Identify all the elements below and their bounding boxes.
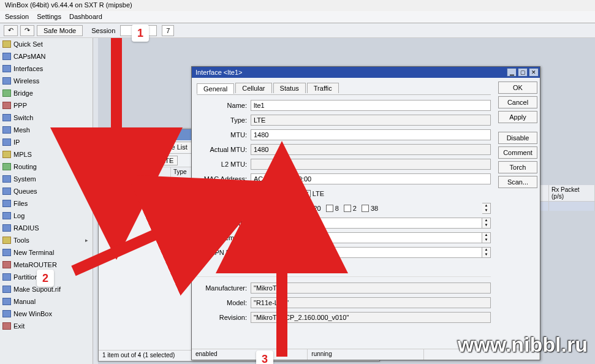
menu-dashboard[interactable]: Dashboard [69, 13, 108, 20]
sidebar-item-radius[interactable]: RADIUS [0, 222, 93, 234]
tab-traffic[interactable]: Traffic [307, 83, 339, 93]
band-7-checkbox[interactable]: ✓7 [286, 205, 299, 212]
l2mtu-field [251, 159, 491, 170]
terminal-icon [2, 249, 11, 256]
sidebar-item-label: MPLS [13, 151, 32, 158]
torch-button[interactable]: Torch [498, 161, 537, 173]
mac-input[interactable]: AC:FF:FF:00:00:00 [251, 173, 491, 184]
sidebar-item-label: Manual [13, 298, 36, 305]
bands-spin[interactable]: ▲▼ [482, 203, 491, 214]
apn-profile-select[interactable]: default [251, 247, 482, 258]
tools-icon [2, 237, 11, 244]
sidebar-item-manual[interactable]: Manual [0, 295, 93, 308]
pin-input[interactable] [251, 218, 482, 229]
radius-icon [2, 224, 11, 232]
band-2-checkbox[interactable]: 2 [344, 205, 357, 212]
sidebar-item-bridge[interactable]: Bridge [0, 87, 93, 99]
comment-icon[interactable]: ▭ [129, 155, 142, 166]
tab-status[interactable]: Status [273, 83, 306, 93]
main-toolbar: ↶ ↷ Safe Mode Session 7 [0, 23, 595, 38]
revision-field: "MikroTik_CP_2.160.000_v010" [251, 312, 491, 323]
col-name[interactable]: Name [110, 167, 171, 178]
sidebar-item-mesh[interactable]: Mesh [0, 124, 93, 136]
comment-button[interactable]: Comment [498, 146, 537, 159]
sidebar-item-label: Make Supout.rif [13, 286, 61, 293]
chevron-right-icon: ▸ [85, 139, 90, 145]
sidebar-item-label: Files [13, 200, 28, 207]
sidebar-item-interfaces[interactable]: Interfaces [0, 63, 93, 75]
band-3-checkbox[interactable]: 3 [268, 205, 281, 212]
sidebar-item-label: Tools [13, 237, 29, 244]
band-38-checkbox[interactable]: 38 [362, 205, 378, 212]
sidebar-item-capsman[interactable]: CAPsMAN [0, 50, 93, 63]
cancel-button[interactable]: Cancel [498, 96, 537, 108]
sidebar-item-log[interactable]: Log [0, 210, 93, 222]
disable-button[interactable]: Disable [498, 132, 537, 144]
antenna-icon [2, 53, 11, 60]
supout-icon [2, 286, 11, 293]
filter-icon[interactable]: ▽ [143, 155, 156, 166]
menu-session[interactable]: Session [5, 13, 35, 20]
allow-roaming-checkbox[interactable]: Allow Roaming [251, 264, 305, 271]
mode-gsm-checkbox[interactable]: ✓GSM [251, 190, 275, 197]
meta-icon [2, 261, 11, 268]
sidebar-item-label: New WinBox [13, 310, 52, 317]
chevron-right-icon: ▸ [85, 164, 90, 170]
sidebar-item-routing[interactable]: Routing▸ [0, 161, 93, 173]
ppp-icon [2, 102, 11, 109]
band-8-checkbox[interactable]: 8 [326, 205, 339, 212]
mtu-input[interactable]: 1480 [251, 129, 491, 140]
tab-general[interactable]: General [197, 83, 234, 94]
tab-cellular[interactable]: Cellular [235, 83, 271, 93]
sidebar-item-system[interactable]: System▸ [0, 173, 93, 185]
scan-button[interactable]: Scan... [498, 176, 537, 188]
sidebar-item-partition[interactable]: Partition [0, 271, 93, 283]
lte-button[interactable]: LTE [157, 156, 178, 165]
sidebar-item-exit[interactable]: Exit [0, 320, 93, 332]
sidebar-item-quick-set[interactable]: Quick Set [0, 38, 93, 50]
ifl-tab-interface[interactable]: Interface [101, 142, 141, 153]
disable-icon[interactable]: ✖ [115, 155, 127, 166]
dlg-caption[interactable]: Interface <lte1> ▁ ▢ ✕ [192, 67, 540, 78]
ifl-tab-iflist[interactable]: Interface List [142, 142, 194, 152]
mode-3g-checkbox[interactable]: ✓3G [280, 190, 298, 197]
approve-icon[interactable]: ✔ [101, 155, 113, 166]
wifi-icon [2, 77, 11, 85]
undo-button[interactable]: ↶ [4, 25, 18, 36]
redo-button[interactable]: ↷ [20, 25, 34, 36]
session-field-1[interactable] [120, 25, 157, 36]
minit-spin[interactable]: ▲▼ [482, 232, 491, 243]
sidebar-item-ppp[interactable]: PPP [0, 99, 93, 112]
dlg-form: General Cellular Status Traffic Name: lt… [192, 78, 496, 347]
switch-icon [2, 114, 11, 121]
apply-button[interactable]: Apply [498, 111, 537, 123]
sidebar-item-new-terminal[interactable]: New Terminal [0, 246, 93, 259]
menu-settings[interactable]: Settings [37, 13, 67, 20]
modem-init-input[interactable] [251, 232, 482, 243]
pin-spin[interactable]: ▲▼ [482, 218, 491, 229]
sidebar-item-ip[interactable]: IP▸ [0, 136, 93, 148]
col-rx-packet[interactable]: Rx Packet (p/s) [549, 185, 595, 201]
sidebar-item-label: Switch [13, 114, 33, 121]
sidebar-item-files[interactable]: Files [0, 197, 93, 210]
safe-mode-button[interactable]: Safe Mode [37, 25, 83, 36]
sidebar-item-switch[interactable]: Switch [0, 112, 93, 124]
sidebar-item-new-winbox[interactable]: New WinBox [0, 308, 93, 320]
mode-lte-checkbox[interactable]: ✓LTE [303, 190, 324, 197]
maximize-icon[interactable]: ▢ [518, 68, 528, 77]
apn-spin[interactable]: ▲▼ [482, 247, 491, 258]
name-input[interactable]: lte1 [251, 100, 491, 111]
session-field-2[interactable]: 7 [162, 25, 174, 36]
sidebar-item-mpls[interactable]: MPLS▸ [0, 148, 93, 161]
ok-button[interactable]: OK [498, 82, 537, 94]
sidebar-item-queues[interactable]: Queues [0, 185, 93, 197]
sidebar-item-make-supout.rif[interactable]: Make Supout.rif [0, 283, 93, 295]
ip-icon [2, 138, 11, 146]
minimize-icon[interactable]: ▁ [507, 68, 517, 77]
band-1-checkbox[interactable]: 1 [251, 205, 263, 212]
sidebar-item-wireless[interactable]: Wireless [0, 75, 93, 87]
close-icon[interactable]: ✕ [529, 68, 539, 77]
band-20-checkbox[interactable]: 20 [304, 205, 320, 212]
sidebar-item-metarouter[interactable]: MetaROUTER [0, 259, 93, 271]
sidebar-item-tools[interactable]: Tools▸ [0, 234, 93, 246]
